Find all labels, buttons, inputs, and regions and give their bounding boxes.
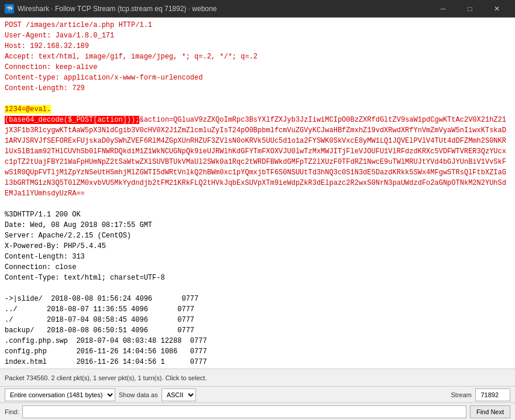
close-button[interactable]: ✕: [483, 0, 510, 18]
show-data-label: Show data as: [119, 391, 158, 398]
stream-input[interactable]: [475, 388, 510, 401]
stream-text: POST /images/article/a.php HTTP/1.1 User…: [5, 20, 510, 367]
find-input[interactable]: [22, 405, 466, 418]
maximize-button[interactable]: □: [456, 0, 483, 18]
status-bar: Packet 734560. 2 client pkt(s), 1 server…: [0, 369, 515, 386]
find-next-button[interactable]: Find Next: [470, 405, 510, 418]
directory-listing: ->|slide/ 2018-08-08 01:56:24 4096 0777 …: [5, 295, 207, 366]
request-line: POST /images/article/a.php HTTP/1.1 User…: [5, 21, 258, 92]
show-data-select[interactable]: ASCII: [162, 388, 196, 401]
controls-bar: Entire conversation (1481 bytes) Show da…: [0, 386, 515, 402]
stream-label: Stream: [451, 391, 472, 398]
minimize-button[interactable]: ─: [430, 0, 456, 18]
tcp-stream-content[interactable]: POST /images/article/a.php HTTP/1.1 User…: [0, 18, 515, 369]
find-bar: Find: Find Next: [0, 402, 515, 420]
title-bar: 🦈 Wireshark · Follow TCP Stream (tcp.str…: [0, 0, 515, 18]
conversation-select[interactable]: Entire conversation (1481 bytes): [5, 388, 115, 401]
status-text: Packet 734560. 2 client pkt(s), 1 server…: [5, 374, 207, 381]
window-title: Wireshark · Follow TCP Stream (tcp.strea…: [18, 5, 430, 13]
find-label: Find:: [5, 408, 19, 415]
payload-eval: 1234=@eval. (base64_decode($_POST[action…: [5, 105, 506, 198]
response-headers: %3DHTTP/1.1 200 OK Date: Wed, 08 Aug 201…: [5, 211, 165, 282]
window-controls: ─ □ ✕: [430, 0, 510, 18]
app-icon: 🦈: [5, 4, 14, 13]
